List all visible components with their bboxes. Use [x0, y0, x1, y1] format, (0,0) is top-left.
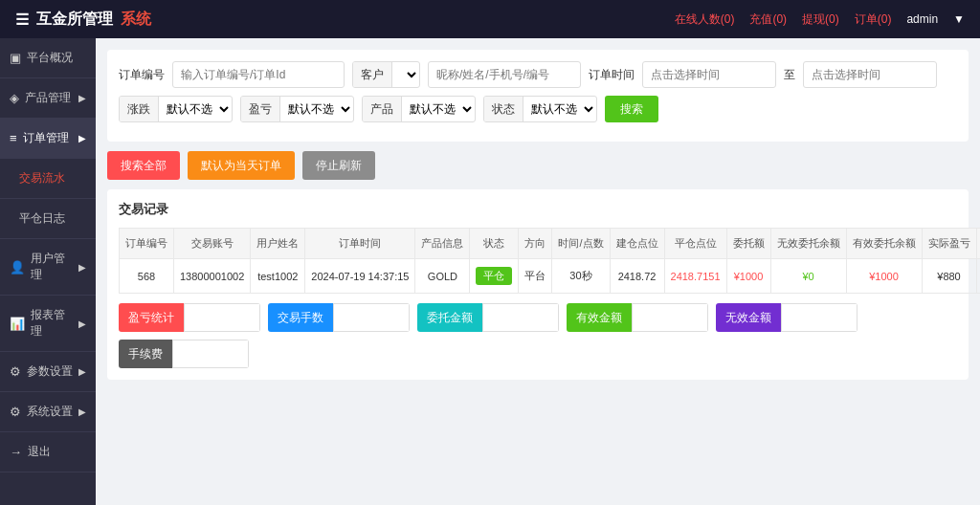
col-entrust: 委托额	[726, 229, 770, 259]
sidebar-item-system[interactable]: ⚙ 系统设置 ▶	[0, 392, 96, 432]
table-section: 交易记录 订单编号 交易账号 用户姓名 订单时间 产品信息 状态 方向 时间/点…	[107, 189, 969, 380]
stats-item: 交易手数	[268, 303, 410, 332]
sidebar-item-close-log[interactable]: 平仓日志	[0, 199, 96, 239]
col-product: 产品信息	[415, 229, 470, 259]
col-time-points: 时间/点数	[552, 229, 610, 259]
status-badge: 平仓	[476, 267, 512, 285]
col-username: 用户姓名	[251, 229, 305, 259]
rise-fall-select[interactable]: 默认不选	[159, 97, 232, 121]
col-actual-pnl: 实际盈亏	[922, 229, 976, 259]
status-label: 状态	[484, 97, 523, 121]
app-title-highlight: 系统	[121, 10, 151, 30]
customer-label: 客户	[353, 62, 392, 87]
date-to-label: 至	[784, 67, 795, 83]
col-valid-entrust: 有效委托余额	[846, 229, 922, 259]
stat-value	[333, 303, 410, 332]
product-icon: ◈	[10, 91, 19, 105]
stat-value	[632, 303, 708, 332]
sidebar-item-trade-flow[interactable]: 交易流水	[0, 159, 96, 199]
col-invalid-entrust: 无效委托余额	[770, 229, 846, 259]
cell-invalid-entrust: ¥0	[770, 259, 846, 294]
col-open-price: 建仓点位	[610, 229, 664, 259]
date-end-input[interactable]	[803, 61, 937, 88]
table-title: 交易记录	[119, 201, 957, 218]
logout-icon: →	[10, 445, 22, 459]
cell-trade-no: 13800001002	[174, 259, 251, 294]
header-nav: 在线人数(0) 充值(0) 提现(0) 订单(0) admin ▼	[675, 11, 965, 28]
order-link[interactable]: 订单(0)	[855, 11, 892, 28]
sidebar-label-product: 产品管理	[25, 90, 71, 106]
default-today-button[interactable]: 默认为当天订单	[188, 151, 295, 180]
user-icon: 👤	[10, 260, 25, 274]
col-close-price: 平仓点位	[664, 229, 726, 259]
recharge-link[interactable]: 充值(0)	[749, 11, 787, 28]
rise-fall-filter: 涨跌 默认不选	[119, 96, 233, 122]
sidebar-item-product[interactable]: ◈ 产品管理 ▶	[0, 78, 96, 119]
stats-item: 有效金额	[567, 303, 708, 332]
main-content: 订单编号 客户 订单时间 至 涨跌 默	[96, 38, 980, 505]
order-number-label: 订单编号	[119, 67, 165, 83]
sidebar-item-dashboard[interactable]: ▣ 平台概况	[0, 38, 96, 78]
sidebar: ▣ 平台概况 ◈ 产品管理 ▶ ≡ 订单管理 ▶ 交易流水 平仓日志 👤 用户管…	[0, 38, 96, 505]
col-balance: 兑现余额	[976, 229, 980, 259]
export-all-button[interactable]: 搜索全部	[107, 151, 180, 180]
app-title-prefix: 互金所管理	[36, 10, 113, 30]
report-icon: 📊	[10, 317, 25, 331]
stat-label: 无效金额	[716, 303, 781, 332]
col-order-time: 订单时间	[305, 229, 415, 259]
params-icon: ⚙	[10, 364, 21, 379]
sidebar-item-report[interactable]: 📊 报表管理 ▶	[0, 296, 96, 352]
cell-close-price: 2418.7151	[664, 259, 726, 294]
sidebar-label-system: 系统设置	[27, 404, 73, 420]
stats-bar: 盈亏统计 交易手数 委托金额 有效金额 无效金额 手续费	[119, 303, 957, 368]
stats-item: 委托金额	[417, 303, 559, 332]
cell-time-points: 30秒	[552, 259, 610, 294]
cell-balance: ¥760	[976, 259, 980, 294]
table-head: 订单编号 交易账号 用户姓名 订单时间 产品信息 状态 方向 时间/点数 建仓点…	[120, 229, 981, 259]
product-select[interactable]: 默认不选	[402, 97, 475, 121]
layout: ▣ 平台概况 ◈ 产品管理 ▶ ≡ 订单管理 ▶ 交易流水 平仓日志 👤 用户管…	[0, 38, 980, 505]
stat-value	[482, 303, 559, 332]
sidebar-item-params[interactable]: ⚙ 参数设置 ▶	[0, 352, 96, 392]
top-header: ☰ 互金所管理 系统 在线人数(0) 充值(0) 提现(0) 订单(0) adm…	[0, 0, 980, 38]
online-users[interactable]: 在线人数(0)	[675, 11, 735, 28]
sidebar-label-report: 报表管理	[31, 307, 73, 340]
search-button[interactable]: 搜索	[605, 96, 658, 122]
stats-item: 盈亏统计	[119, 303, 260, 332]
cell-entrust: ¥1000	[726, 259, 770, 294]
cell-actual-pnl: ¥880	[922, 259, 976, 294]
data-table: 订单编号 交易账号 用户姓名 订单时间 产品信息 状态 方向 时间/点数 建仓点…	[119, 228, 980, 294]
dashboard-icon: ▣	[10, 51, 21, 65]
order-time-label: 订单时间	[589, 67, 635, 83]
stop-refresh-button[interactable]: 停止刷新	[302, 151, 375, 180]
hamburger-icon[interactable]: ☰	[15, 11, 29, 29]
cell-valid-entrust: ¥1000	[846, 259, 922, 294]
stat-value	[184, 303, 260, 332]
order-icon: ≡	[10, 131, 17, 145]
admin-name[interactable]: admin	[906, 12, 938, 26]
action-bar: 搜索全部 默认为当天订单 停止刷新	[107, 151, 969, 180]
order-number-input[interactable]	[172, 61, 345, 88]
status-select[interactable]: 默认不选	[523, 97, 596, 121]
pnl-select[interactable]: 默认不选	[280, 97, 353, 121]
sidebar-item-logout[interactable]: → 退出	[0, 432, 96, 472]
sidebar-item-user[interactable]: 👤 用户管理 ▶	[0, 239, 96, 296]
date-start-input[interactable]	[642, 61, 776, 88]
admin-arrow: ▼	[953, 12, 965, 26]
stat-value	[781, 303, 858, 332]
customer-search-input[interactable]	[428, 61, 581, 88]
col-trade-no: 交易账号	[174, 229, 251, 259]
sidebar-label-params: 参数设置	[27, 363, 73, 380]
sidebar-item-order[interactable]: ≡ 订单管理 ▶	[0, 119, 96, 159]
sidebar-label-order: 订单管理	[23, 130, 69, 146]
cell-open-price: 2418.72	[610, 259, 664, 294]
stat-label: 有效金额	[567, 303, 632, 332]
col-status: 状态	[470, 229, 519, 259]
cell-status: 平仓	[470, 259, 519, 294]
pnl-label: 盈亏	[241, 97, 280, 121]
customer-select[interactable]	[392, 62, 419, 87]
stats-item: 无效金额	[716, 303, 858, 332]
order-arrow: ▶	[78, 133, 86, 143]
sidebar-label-trade-flow: 交易流水	[19, 170, 65, 187]
withdraw-link[interactable]: 提现(0)	[802, 11, 839, 28]
